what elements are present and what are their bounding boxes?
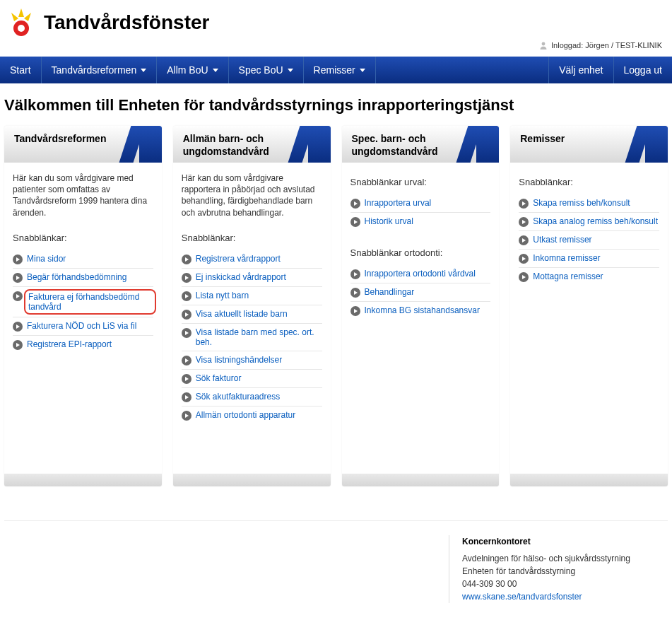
list-item: Visa listade barn med spec. ort. beh. (182, 324, 322, 351)
link-list: Registrera vårdrapportEj inskickad vårdr… (182, 250, 322, 424)
svg-point-1 (18, 25, 25, 32)
quick-link[interactable]: Sök akutfakturaadress (196, 392, 280, 402)
quick-link[interactable]: Behandlingar (365, 287, 415, 297)
list-item: Visa aktuellt listade barn (182, 305, 322, 324)
quick-link[interactable]: Visa listade barn med spec. ort. beh. (196, 327, 322, 347)
nav-item-2[interactable]: Allm BoU (157, 57, 228, 83)
list-item: Fakturera ej förhandsbedömd tandvård (13, 287, 153, 317)
card-footer (510, 474, 668, 486)
footer: Koncernkontoret Avdelningen för hälso- o… (4, 520, 668, 617)
list-item: Fakturera NÖD och LiS via fil (13, 317, 153, 336)
nav-right-1[interactable]: Logga ut (613, 57, 673, 83)
list-item: Utkast remisser (519, 231, 659, 250)
list-item: Inkomna BG sistahandsansvar (350, 302, 491, 320)
link-list: Mina sidorBegär förhandsbedömningFakture… (13, 250, 153, 353)
list-item: Allmän ortodonti apparatur (182, 406, 322, 424)
quick-link[interactable]: Fakturera ej förhandsbedömd tandvård (28, 292, 139, 312)
quick-link[interactable]: Visa aktuellt listade barn (196, 309, 288, 319)
play-icon (519, 217, 529, 227)
quick-link[interactable]: Ej inskickad vårdrapport (196, 272, 286, 282)
play-icon (350, 269, 360, 279)
login-sep: / (611, 41, 613, 49)
list-item: Visa listningshändelser (182, 351, 322, 370)
quick-link[interactable]: Skapa analog remiss beh/konsult (533, 216, 658, 226)
list-item: Registrera vårdrapport (182, 250, 322, 269)
play-icon (13, 291, 23, 301)
nav-item-label: Logga ut (624, 64, 663, 76)
quick-link[interactable]: Registrera EPI-rapport (27, 339, 112, 349)
login-unit: TEST-KLINIK (615, 41, 662, 49)
login-status: Inloggad: Jörgen / TEST-KLINIK (6, 38, 666, 57)
quick-link[interactable]: Fakturera NÖD och LiS via fil (27, 321, 136, 331)
nav-item-label: Allm BoU (167, 64, 208, 76)
quick-link[interactable]: Inrapportera ortodonti vårdval (365, 269, 476, 279)
list-item: Behandlingar (350, 283, 491, 302)
card-header: Allmän barn- och ungdomstandvård (173, 126, 331, 163)
section-title: Snabblänkar: (13, 233, 153, 243)
chevron-down-icon (141, 69, 146, 72)
quick-link[interactable]: Sök fakturor (196, 373, 242, 383)
quick-link[interactable]: Visa listningshändelser (196, 355, 283, 365)
list-item: Lista nytt barn (182, 287, 322, 305)
quick-link[interactable]: Skapa remiss beh/konsult (533, 198, 630, 208)
quick-link[interactable]: Inkomna BG sistahandsansvar (365, 305, 480, 315)
play-icon (519, 235, 529, 245)
quick-link[interactable]: Allmän ortodonti apparatur (196, 410, 295, 420)
card-3: RemisserSnabblänkar:Skapa remiss beh/kon… (510, 126, 668, 486)
quick-link[interactable]: Begär förhandsbedömning (27, 272, 126, 282)
list-item: Begär förhandsbedömning (13, 269, 153, 287)
highlighted-link: Fakturera ej förhandsbedömd tandvård (24, 289, 156, 315)
cards-row: TandvårdsreformenHär kan du som vårdgiva… (0, 126, 672, 499)
link-list: Inrapportera urvalHistorik urval (350, 194, 491, 230)
navbar: StartTandvårdsreformenAllm BoUSpec BoURe… (0, 57, 672, 83)
quick-link[interactable]: Utkast remisser (533, 235, 591, 245)
section-title: Snabblänkar ortodonti: (350, 247, 491, 258)
quick-link[interactable]: Lista nytt barn (196, 291, 249, 300)
card-desc: Här kan du som vårdgivare rapportera in … (182, 172, 322, 218)
card-body: Här kan du som vårdgivare med patienter … (4, 163, 162, 474)
nav-item-label: Remisser (314, 64, 355, 76)
card-body: Här kan du som vårdgivare rapportera in … (173, 163, 331, 474)
section-title: Snabblänkar: (519, 177, 659, 187)
link-list: Inrapportera ortodonti vårdvalBehandling… (350, 265, 491, 320)
quick-link[interactable]: Inrapportera urval (365, 198, 432, 208)
logo-row: Tandvårdsfönster (6, 7, 666, 38)
quick-link[interactable]: Registrera vårdrapport (196, 254, 281, 264)
play-icon (182, 411, 191, 421)
card-2: Spec. barn- och ungdomstandvårdSnabblänk… (342, 126, 500, 486)
nav-item-3[interactable]: Spec BoU (229, 57, 304, 83)
chevron-down-icon (213, 69, 218, 72)
play-icon (13, 273, 23, 283)
card-footer (4, 474, 162, 486)
nav-item-1[interactable]: Tandvårdsreformen (42, 57, 158, 83)
quick-link[interactable]: Mina sidor (27, 254, 66, 264)
nav-right-0[interactable]: Välj enhet (548, 57, 613, 83)
play-icon (350, 199, 360, 209)
play-icon (13, 322, 23, 332)
play-icon (182, 273, 191, 283)
list-item: Sök fakturor (182, 370, 322, 388)
card-0: TandvårdsreformenHär kan du som vårdgiva… (4, 126, 162, 486)
card-body: Snabblänkar:Skapa remiss beh/konsultSkap… (510, 163, 668, 474)
list-item: Inrapportera ortodonti vårdval (350, 265, 491, 283)
card-footer (342, 474, 500, 486)
quick-link[interactable]: Inkomna remisser (533, 253, 600, 263)
quick-link[interactable]: Mottagna remisser (533, 271, 603, 281)
list-item: Historik urval (350, 213, 491, 230)
section-title: Snabblänkar urval: (350, 177, 491, 187)
quick-link[interactable]: Historik urval (365, 216, 413, 226)
card-body: Snabblänkar urval:Inrapportera urvalHist… (342, 163, 500, 474)
nav-item-0[interactable]: Start (0, 57, 42, 83)
play-icon (182, 291, 191, 301)
play-icon (350, 217, 360, 227)
card-desc: Här kan du som vårdgivare med patienter … (13, 172, 153, 218)
nav-item-label: Tandvårdsreformen (52, 64, 137, 76)
card-header: Remisser (510, 126, 668, 163)
link-list: Skapa remiss beh/konsultSkapa analog rem… (519, 194, 659, 286)
footer-phone: 044-309 30 00 (462, 578, 661, 590)
nav-item-4[interactable]: Remisser (304, 57, 376, 83)
login-user: Jörgen (585, 41, 609, 49)
footer-line2: Enheten för tandvårdsstyrning (462, 565, 661, 578)
header: Tandvårdsfönster Inloggad: Jörgen / TEST… (0, 0, 672, 57)
footer-link[interactable]: www.skane.se/tandvardsfonster (462, 592, 582, 602)
